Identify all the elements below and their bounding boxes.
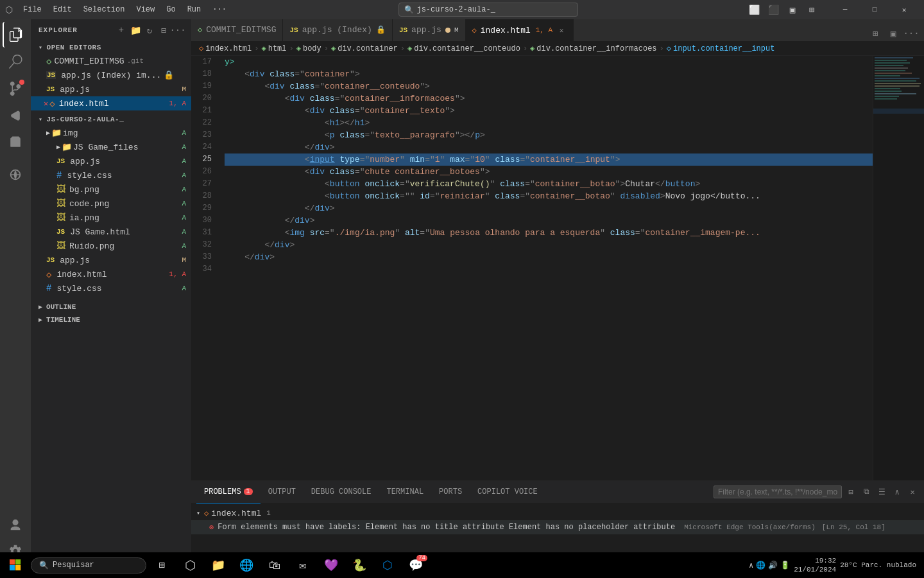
close-button[interactable]: ✕ [889, 0, 919, 19]
file-stylecss[interactable]: # style.css A [31, 281, 191, 295]
close-panel-button[interactable]: ✕ [906, 486, 919, 498]
tray-network[interactable]: 🌐 [756, 561, 766, 570]
toggle-panel-button[interactable]: ⬛ [765, 3, 782, 17]
tab-indexhtml[interactable]: ◇ index.html 1, A ✕ [466, 19, 574, 41]
open-editor-indexhtml[interactable]: ✕ ◇ index.html 1, A [31, 96, 191, 110]
menu-selection[interactable]: Selection [78, 4, 130, 15]
tab-appjs-index[interactable]: JS app.js (Index) 🔒 [283, 19, 392, 41]
tray-battery[interactable]: 🔋 [780, 561, 790, 570]
breadcrumb-input[interactable]: ◇ input.container__input [667, 44, 775, 53]
file-bgpng[interactable]: 🖼 bg.png A [31, 182, 191, 197]
folder-jsgame[interactable]: ▶ 📁 JS Game_files A [31, 140, 191, 154]
tab-commit[interactable]: ◇ COMMIT_EDITMSG [191, 19, 283, 41]
project-section[interactable]: ▾ JS-CURSO-2-AULA-_ [31, 113, 191, 126]
taskbar-search[interactable]: 🔍 Pesquisar [31, 557, 146, 574]
activity-remote[interactable] [3, 162, 28, 188]
tray-arrow[interactable]: ∧ [749, 561, 753, 570]
code-area[interactable]: 17 18 19 20 21 22 23 24 25 26 27 28 29 3… [191, 56, 873, 480]
taskbar-store[interactable]: 🛍 [262, 552, 287, 578]
file-codepng[interactable]: 🖼 code.png A [31, 197, 191, 211]
new-folder-button[interactable]: 📁 [130, 24, 141, 36]
menu-edit[interactable]: Edit [48, 4, 77, 15]
split-editor-button[interactable]: ⊞ [868, 26, 883, 41]
tab-appjs[interactable]: JS app.js M [393, 19, 466, 41]
breadcrumb-body[interactable]: ◈ body [296, 44, 321, 53]
file-jsgamehtml[interactable]: JS JS Game.html A [31, 225, 191, 239]
taskbar-weather[interactable]: 28°C Parc. nublado [840, 561, 916, 569]
open-editors-section[interactable]: ▾ OPEN EDITORS [31, 41, 191, 54]
tab-problems[interactable]: PROBLEMS 1 [196, 481, 261, 504]
activity-run-debug[interactable] [3, 103, 28, 128]
minimize-button[interactable]: ─ [830, 0, 860, 19]
taskbar-whatsapp[interactable]: 💬 74 [403, 552, 429, 578]
bc-input-icon: ◇ [667, 44, 671, 53]
toggle-editor-layout-button[interactable]: ▣ [886, 26, 901, 41]
customize-layout-button[interactable]: ⊞ [803, 3, 820, 17]
activity-extensions[interactable] [3, 130, 28, 155]
maximize-button[interactable]: □ [860, 0, 889, 19]
appjs-tab-label: app.js [411, 25, 441, 35]
more-actions-button[interactable]: ··· [172, 24, 184, 36]
tab-debug-console[interactable]: DEBUG CONSOLE [304, 481, 379, 504]
taskbar-teams[interactable]: 💜 [318, 552, 344, 578]
file-style-root[interactable]: # style.css A [31, 168, 191, 182]
taskbar-clock[interactable]: 19:32 21/01/2024 [794, 556, 836, 575]
activity-source-control[interactable] [3, 76, 28, 101]
file-appjs-root[interactable]: JS app.js A [31, 154, 191, 168]
problems-badge: 1 [244, 488, 253, 495]
toggle-primary-sidebar-button[interactable]: ⬜ [746, 3, 762, 17]
menu-file[interactable]: File [18, 4, 47, 15]
toggle-secondary-sidebar-button[interactable]: ▣ [784, 3, 801, 17]
panel-filter-input[interactable] [714, 486, 842, 498]
breadcrumb-informacoes[interactable]: ◈ div.container__informacoes [530, 44, 656, 53]
copy-icon[interactable]: ⧉ [860, 486, 873, 498]
open-editor-appjs-index[interactable]: JS app.js (Index) im... 🔒 [31, 68, 191, 82]
tray-sound[interactable]: 🔊 [768, 561, 778, 570]
refresh-button[interactable]: ↻ [144, 24, 155, 36]
collapse-button[interactable]: ⊟ [158, 24, 169, 36]
task-view-button[interactable]: ⊞ [149, 552, 175, 578]
activity-search[interactable] [3, 49, 28, 74]
taskbar-edge[interactable]: 🌐 [234, 552, 259, 578]
file-indexhtml[interactable]: ◇ index.html 1, A [31, 267, 191, 281]
taskbar-python[interactable]: 🐍 [346, 552, 372, 578]
new-file-button[interactable]: + [116, 24, 127, 36]
menu-go[interactable]: Go [161, 4, 180, 15]
menu-view[interactable]: View [131, 4, 160, 15]
filter-icon[interactable]: ⊟ [844, 486, 857, 498]
breadcrumb-container[interactable]: ◈ div.container [331, 44, 398, 53]
start-button[interactable] [3, 552, 28, 578]
tab-ports[interactable]: PORTS [431, 481, 470, 504]
outline-header[interactable]: ▶ OUTLINE [31, 301, 191, 313]
activity-accounts[interactable] [3, 512, 28, 538]
breadcrumb-html[interactable]: ◈ html [261, 44, 286, 53]
folder-img[interactable]: ▶ 📁 img A [31, 126, 191, 140]
indexhtml-close-icon[interactable]: ✕ [44, 99, 48, 109]
collapse-panel-button[interactable]: ∧ [891, 486, 903, 498]
breadcrumb-conteudo[interactable]: ◈ div.container__conteudo [407, 44, 520, 53]
open-editor-commit[interactable]: ◇ COMMIT_EDITMSG .git [31, 54, 191, 68]
tab-terminal[interactable]: TERMINAL [379, 481, 431, 504]
search-box[interactable]: 🔍 js-curso-2-aula-_ [398, 3, 578, 17]
taskbar-mail[interactable]: ✉ [290, 552, 316, 578]
more-tab-actions[interactable]: ··· [903, 26, 919, 41]
tab-output[interactable]: OUTPUT [261, 481, 304, 504]
taskbar-vscode[interactable]: ⬡ [177, 552, 203, 578]
taskbar-explorer[interactable]: 📁 [205, 552, 231, 578]
taskbar-vscode2[interactable]: ⬡ [375, 552, 400, 578]
commit-filename: COMMIT_EDITMSG [54, 57, 124, 66]
file-ruido[interactable]: 🖼 Ruido.png A [31, 239, 191, 253]
problems-file-indexhtml[interactable]: ▾ ◇ index.html 1 [191, 506, 924, 520]
file-iapng[interactable]: 🖼 ia.png A [31, 211, 191, 225]
indexhtml-close-button[interactable]: ✕ [556, 25, 567, 35]
menu-more[interactable]: ··· [207, 4, 232, 15]
timeline-header[interactable]: ▶ TIMELINE [31, 313, 191, 326]
open-editor-appjs[interactable]: JS app.js M [31, 82, 191, 96]
menu-run[interactable]: Run [182, 4, 207, 15]
breadcrumb-indexhtml[interactable]: ◇ index.html [199, 44, 252, 53]
more-panel-actions[interactable]: ☰ [875, 486, 888, 498]
problem-item-1[interactable]: ⊗ Form elements must have labels: Elemen… [191, 520, 924, 534]
activity-explorer[interactable] [3, 22, 28, 48]
tab-copilot[interactable]: COPILOT VOICE [470, 481, 545, 504]
file-appjs[interactable]: JS app.js M [31, 253, 191, 267]
